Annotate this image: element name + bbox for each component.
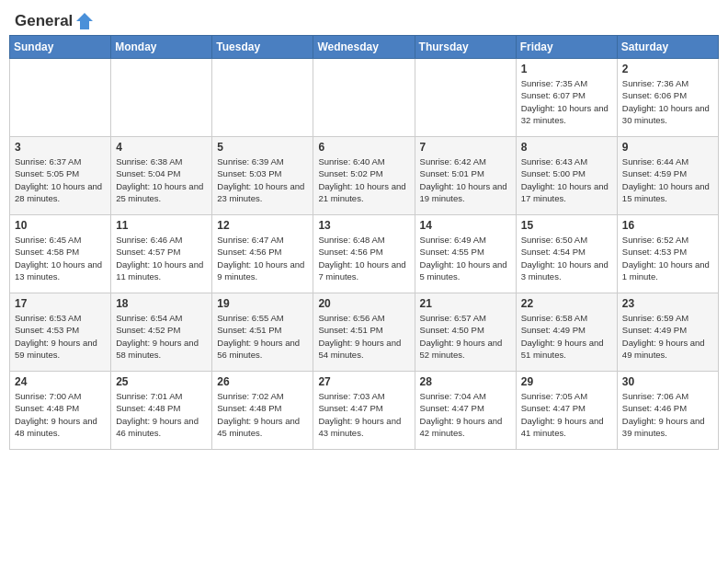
day-info: Sunrise: 7:02 AM Sunset: 4:48 PM Dayligh… bbox=[217, 390, 308, 439]
calendar-table: SundayMondayTuesdayWednesdayThursdayFrid… bbox=[9, 35, 719, 450]
day-info: Sunrise: 6:53 AM Sunset: 4:53 PM Dayligh… bbox=[15, 312, 106, 361]
day-info: Sunrise: 7:03 AM Sunset: 4:47 PM Dayligh… bbox=[318, 390, 409, 439]
weekday-header: Monday bbox=[111, 36, 212, 59]
calendar-cell: 3Sunrise: 6:37 AM Sunset: 5:05 PM Daylig… bbox=[10, 137, 111, 215]
calendar-week-row: 10Sunrise: 6:45 AM Sunset: 4:58 PM Dayli… bbox=[10, 215, 719, 293]
day-info: Sunrise: 6:59 AM Sunset: 4:49 PM Dayligh… bbox=[622, 312, 713, 361]
day-number: 27 bbox=[318, 375, 409, 388]
calendar-cell: 6Sunrise: 6:40 AM Sunset: 5:02 PM Daylig… bbox=[313, 137, 415, 215]
day-number: 30 bbox=[622, 375, 713, 388]
calendar-cell: 24Sunrise: 7:00 AM Sunset: 4:48 PM Dayli… bbox=[10, 372, 111, 450]
day-info: Sunrise: 7:06 AM Sunset: 4:46 PM Dayligh… bbox=[622, 390, 713, 439]
day-number: 29 bbox=[521, 375, 612, 388]
day-number: 22 bbox=[521, 297, 612, 310]
day-info: Sunrise: 6:40 AM Sunset: 5:02 PM Dayligh… bbox=[318, 155, 409, 204]
day-number: 19 bbox=[217, 297, 308, 310]
day-info: Sunrise: 6:45 AM Sunset: 4:58 PM Dayligh… bbox=[15, 234, 106, 282]
day-number: 20 bbox=[318, 297, 409, 310]
calendar-cell bbox=[313, 59, 415, 137]
day-info: Sunrise: 6:46 AM Sunset: 4:57 PM Dayligh… bbox=[116, 234, 207, 282]
day-number: 6 bbox=[318, 141, 409, 154]
weekday-header: Friday bbox=[516, 36, 617, 59]
day-info: Sunrise: 6:43 AM Sunset: 5:00 PM Dayligh… bbox=[521, 155, 612, 204]
day-number: 10 bbox=[15, 219, 106, 232]
calendar-cell: 18Sunrise: 6:54 AM Sunset: 4:52 PM Dayli… bbox=[111, 293, 212, 372]
day-info: Sunrise: 6:58 AM Sunset: 4:49 PM Dayligh… bbox=[521, 312, 612, 361]
day-number: 25 bbox=[116, 375, 207, 388]
calendar-cell: 26Sunrise: 7:02 AM Sunset: 4:48 PM Dayli… bbox=[212, 372, 313, 450]
day-number: 26 bbox=[217, 375, 308, 388]
day-number: 17 bbox=[15, 297, 106, 310]
calendar-cell: 21Sunrise: 6:57 AM Sunset: 4:50 PM Dayli… bbox=[415, 293, 516, 372]
day-info: Sunrise: 7:04 AM Sunset: 4:47 PM Dayligh… bbox=[420, 390, 511, 439]
day-number: 7 bbox=[420, 141, 511, 154]
day-number: 28 bbox=[420, 375, 511, 388]
day-number: 3 bbox=[15, 141, 106, 154]
day-info: Sunrise: 6:55 AM Sunset: 4:51 PM Dayligh… bbox=[217, 312, 308, 361]
day-info: Sunrise: 7:36 AM Sunset: 6:06 PM Dayligh… bbox=[622, 77, 713, 126]
day-info: Sunrise: 6:49 AM Sunset: 4:55 PM Dayligh… bbox=[420, 234, 511, 282]
day-number: 15 bbox=[521, 219, 612, 232]
calendar-cell: 22Sunrise: 6:58 AM Sunset: 4:49 PM Dayli… bbox=[516, 293, 617, 372]
day-info: Sunrise: 6:50 AM Sunset: 4:54 PM Dayligh… bbox=[521, 234, 612, 282]
page-header: General bbox=[0, 0, 728, 35]
calendar-week-row: 1Sunrise: 7:35 AM Sunset: 6:07 PM Daylig… bbox=[10, 59, 719, 137]
day-number: 4 bbox=[116, 141, 207, 154]
calendar-cell: 25Sunrise: 7:01 AM Sunset: 4:48 PM Dayli… bbox=[111, 372, 212, 450]
day-info: Sunrise: 6:37 AM Sunset: 5:05 PM Dayligh… bbox=[15, 155, 106, 204]
calendar-cell: 30Sunrise: 7:06 AM Sunset: 4:46 PM Dayli… bbox=[617, 372, 718, 450]
calendar-cell: 4Sunrise: 6:38 AM Sunset: 5:04 PM Daylig… bbox=[111, 137, 212, 215]
weekday-header: Sunday bbox=[10, 36, 111, 59]
calendar-cell: 13Sunrise: 6:48 AM Sunset: 4:56 PM Dayli… bbox=[313, 215, 415, 293]
day-number: 14 bbox=[420, 219, 511, 232]
day-info: Sunrise: 6:38 AM Sunset: 5:04 PM Dayligh… bbox=[116, 155, 207, 204]
day-info: Sunrise: 6:48 AM Sunset: 4:56 PM Dayligh… bbox=[318, 234, 409, 282]
weekday-header: Thursday bbox=[415, 36, 516, 59]
calendar-week-row: 17Sunrise: 6:53 AM Sunset: 4:53 PM Dayli… bbox=[10, 293, 719, 372]
calendar-cell: 5Sunrise: 6:39 AM Sunset: 5:03 PM Daylig… bbox=[212, 137, 313, 215]
calendar-week-row: 24Sunrise: 7:00 AM Sunset: 4:48 PM Dayli… bbox=[10, 372, 719, 450]
calendar-cell: 12Sunrise: 6:47 AM Sunset: 4:56 PM Dayli… bbox=[212, 215, 313, 293]
calendar-cell: 27Sunrise: 7:03 AM Sunset: 4:47 PM Dayli… bbox=[313, 372, 415, 450]
calendar-cell: 10Sunrise: 6:45 AM Sunset: 4:58 PM Dayli… bbox=[10, 215, 111, 293]
weekday-header: Wednesday bbox=[313, 36, 415, 59]
day-info: Sunrise: 6:57 AM Sunset: 4:50 PM Dayligh… bbox=[420, 312, 511, 361]
day-info: Sunrise: 6:54 AM Sunset: 4:52 PM Dayligh… bbox=[116, 312, 207, 361]
calendar-cell: 7Sunrise: 6:42 AM Sunset: 5:01 PM Daylig… bbox=[415, 137, 516, 215]
calendar-cell bbox=[212, 59, 313, 137]
day-number: 8 bbox=[521, 141, 612, 154]
calendar-cell: 20Sunrise: 6:56 AM Sunset: 4:51 PM Dayli… bbox=[313, 293, 415, 372]
day-info: Sunrise: 6:39 AM Sunset: 5:03 PM Dayligh… bbox=[217, 155, 308, 204]
day-number: 13 bbox=[318, 219, 409, 232]
day-number: 24 bbox=[15, 375, 106, 388]
calendar-cell: 14Sunrise: 6:49 AM Sunset: 4:55 PM Dayli… bbox=[415, 215, 516, 293]
day-number: 5 bbox=[217, 141, 308, 154]
day-number: 11 bbox=[116, 219, 207, 232]
day-number: 1 bbox=[521, 63, 612, 75]
day-info: Sunrise: 7:05 AM Sunset: 4:47 PM Dayligh… bbox=[521, 390, 612, 439]
calendar-header: SundayMondayTuesdayWednesdayThursdayFrid… bbox=[10, 36, 719, 59]
calendar-cell: 17Sunrise: 6:53 AM Sunset: 4:53 PM Dayli… bbox=[10, 293, 111, 372]
calendar-cell: 15Sunrise: 6:50 AM Sunset: 4:54 PM Dayli… bbox=[516, 215, 617, 293]
day-info: Sunrise: 7:35 AM Sunset: 6:07 PM Dayligh… bbox=[521, 77, 612, 126]
day-info: Sunrise: 6:52 AM Sunset: 4:53 PM Dayligh… bbox=[622, 234, 713, 282]
day-number: 16 bbox=[622, 219, 713, 232]
calendar-cell: 9Sunrise: 6:44 AM Sunset: 4:59 PM Daylig… bbox=[617, 137, 718, 215]
day-info: Sunrise: 6:42 AM Sunset: 5:01 PM Dayligh… bbox=[420, 155, 511, 204]
calendar-cell bbox=[111, 59, 212, 137]
day-number: 21 bbox=[420, 297, 511, 310]
day-number: 9 bbox=[622, 141, 713, 154]
calendar-wrapper: SundayMondayTuesdayWednesdayThursdayFrid… bbox=[0, 35, 728, 459]
svg-marker-0 bbox=[76, 13, 93, 29]
calendar-cell: 16Sunrise: 6:52 AM Sunset: 4:53 PM Dayli… bbox=[617, 215, 718, 293]
logo-general: General bbox=[15, 12, 73, 30]
calendar-cell: 1Sunrise: 7:35 AM Sunset: 6:07 PM Daylig… bbox=[516, 59, 617, 137]
calendar-cell: 29Sunrise: 7:05 AM Sunset: 4:47 PM Dayli… bbox=[516, 372, 617, 450]
day-number: 23 bbox=[622, 297, 713, 310]
calendar-cell: 28Sunrise: 7:04 AM Sunset: 4:47 PM Dayli… bbox=[415, 372, 516, 450]
day-number: 12 bbox=[217, 219, 308, 232]
day-info: Sunrise: 6:56 AM Sunset: 4:51 PM Dayligh… bbox=[318, 312, 409, 361]
calendar-week-row: 3Sunrise: 6:37 AM Sunset: 5:05 PM Daylig… bbox=[10, 137, 719, 215]
day-info: Sunrise: 6:47 AM Sunset: 4:56 PM Dayligh… bbox=[217, 234, 308, 282]
weekday-header: Saturday bbox=[617, 36, 718, 59]
